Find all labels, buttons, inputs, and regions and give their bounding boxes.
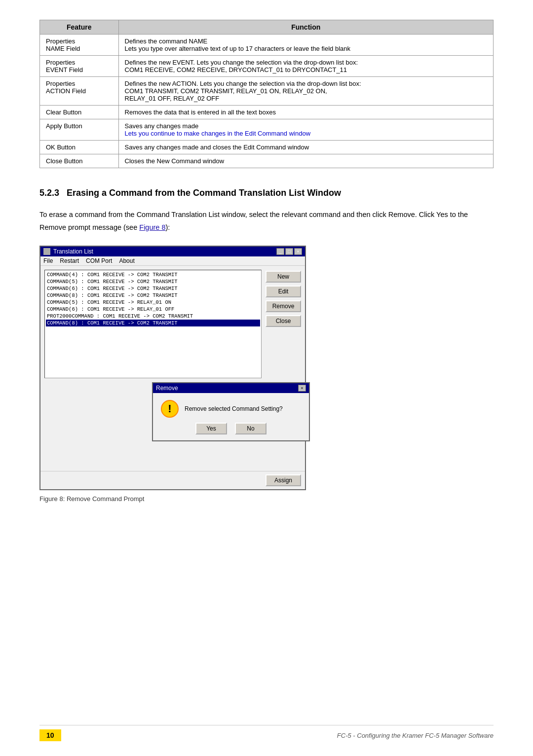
list-item[interactable]: COMMAND(4) : COM1 RECEIVE -> COM2 TRANSM… — [46, 271, 260, 278]
function-cell: Defines the new ACTION. Lets you change … — [118, 77, 493, 106]
function-cell: Saves any changes made Lets you continue… — [118, 119, 493, 141]
feature-cell: PropertiesNAME Field — [40, 35, 119, 56]
section-title: Erasing a Command from the Command Trans… — [67, 188, 341, 198]
remove-button[interactable]: Remove — [266, 300, 301, 312]
list-item[interactable]: COMMAND(6) : COM1 RECEIVE -> COM2 TRANSM… — [46, 285, 260, 292]
no-button[interactable]: No — [235, 423, 266, 434]
figure8-link[interactable]: Figure 8 — [139, 223, 165, 231]
feature-cell: Clear Button — [40, 106, 119, 119]
window-title: Translation List — [53, 248, 93, 255]
window-area: Translation List _ □ × File Restart COM … — [39, 246, 494, 490]
table-row: PropertiesACTION Field Defines the new A… — [40, 77, 494, 106]
new-button[interactable]: New — [266, 271, 301, 283]
titlebar-controls[interactable]: _ □ × — [276, 248, 302, 255]
list-item[interactable]: COMMAND(5) : COM1 RECEIVE -> COM2 TRANSM… — [46, 278, 260, 285]
remove-dialog-message: Remove selected Command Setting? — [185, 405, 283, 412]
list-item[interactable]: COMMAND(6) : COM1 RECEIVE -> RELAY_01 OF… — [46, 306, 260, 313]
menu-file[interactable]: File — [43, 257, 53, 264]
remove-dialog-buttons: Yes No — [153, 423, 309, 440]
figure-caption: Figure 8: Remove Command Prompt — [39, 495, 494, 503]
table-row: OK Button Saves any changes made and clo… — [40, 141, 494, 154]
feature-table: Feature Function PropertiesNAME Field De… — [39, 20, 494, 168]
remove-dialog-title: Remove — [156, 385, 178, 392]
col2-header: Function — [118, 20, 493, 35]
yes-button[interactable]: Yes — [195, 423, 227, 434]
table-row: Clear Button Removes the data that is en… — [40, 106, 494, 119]
translation-titlebar: Translation List _ □ × — [40, 247, 305, 256]
remove-dialog-content: ! Remove selected Command Setting? — [153, 393, 309, 423]
menu-items: File Restart COM Port About — [43, 257, 302, 264]
menu-restart[interactable]: Restart — [60, 257, 79, 264]
menu-comport[interactable]: COM Port — [86, 257, 112, 264]
menu-about[interactable]: About — [119, 257, 134, 264]
translation-list-window: Translation List _ □ × File Restart COM … — [39, 246, 306, 490]
table-row: Close Button Closes the New Command wind… — [40, 154, 494, 168]
feature-cell: PropertiesACTION Field — [40, 77, 119, 106]
section-heading: 5.2.3 Erasing a Command from the Command… — [39, 188, 494, 198]
feature-cell: Apply Button — [40, 119, 119, 141]
list-item[interactable]: PROT2000COMMAND : COM1 RECEIVE -> COM2 T… — [46, 313, 260, 320]
window-menubar: File Restart COM Port About — [40, 256, 305, 266]
footer-divider — [39, 725, 494, 725]
list-item[interactable]: COMMAND(5) : COM1 RECEIVE -> RELAY_01 ON — [46, 299, 260, 306]
assign-button[interactable]: Assign — [266, 474, 301, 486]
feature-cell: PropertiesEVENT Field — [40, 56, 119, 77]
table-row: PropertiesEVENT Field Defines the new EV… — [40, 56, 494, 77]
window-buttons: New Edit Remove Close — [266, 270, 301, 378]
restore-button[interactable]: □ — [285, 248, 293, 255]
function-cell: Defines the command NAMELets you type ov… — [118, 35, 493, 56]
command-list[interactable]: COMMAND(4) : COM1 RECEIVE -> COM2 TRANSM… — [44, 270, 262, 378]
apply-subtext: Lets you continue to make changes in the… — [125, 130, 311, 137]
function-cell: Closes the New Command window — [118, 154, 493, 168]
minimize-button[interactable]: _ — [276, 248, 284, 255]
close-button[interactable]: Close — [266, 315, 301, 327]
function-cell: Removes the data that is entered in all … — [118, 106, 493, 119]
table-row: Apply Button Saves any changes made Lets… — [40, 119, 494, 141]
col1-header: Feature — [40, 20, 119, 35]
remove-dialog-close[interactable]: × — [298, 385, 306, 392]
assign-area: Assign — [40, 471, 305, 489]
remove-dialog-titlebar: Remove × — [153, 383, 309, 393]
remove-dialog: Remove × ! Remove selected Command Setti… — [152, 382, 310, 441]
list-item-selected[interactable]: COMMAND(8) : COM1 RECEIVE -> COM2 TRANSM… — [46, 320, 260, 326]
section-number: 5.2.3 — [39, 188, 59, 198]
function-cell: Defines the new EVENT. Lets you change t… — [118, 56, 493, 77]
function-cell: Saves any changes made and closes the Ed… — [118, 141, 493, 154]
edit-button[interactable]: Edit — [266, 286, 301, 297]
body-paragraph: To erase a command from the Command Tran… — [39, 208, 494, 234]
page-footer: 10 FC-5 - Configuring the Kramer FC-5 Ma… — [0, 725, 533, 741]
window-icon — [43, 248, 50, 255]
footer-content: 10 FC-5 - Configuring the Kramer FC-5 Ma… — [39, 729, 494, 741]
feature-cell: Close Button — [40, 154, 119, 168]
page-number: 10 — [39, 729, 61, 741]
table-row: PropertiesNAME Field Defines the command… — [40, 35, 494, 56]
close-window-button[interactable]: × — [294, 248, 302, 255]
list-item[interactable]: COMMAND(8) : COM1 RECEIVE -> COM2 TRANSM… — [46, 292, 260, 299]
footer-text: FC-5 - Configuring the Kramer FC-5 Manag… — [61, 732, 494, 739]
window-content: COMMAND(4) : COM1 RECEIVE -> COM2 TRANSM… — [40, 266, 305, 382]
feature-cell: OK Button — [40, 141, 119, 154]
warning-icon: ! — [161, 400, 179, 418]
